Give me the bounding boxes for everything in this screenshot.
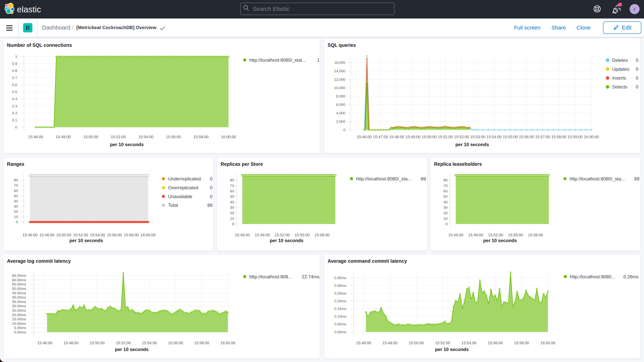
svg-text:Selects: Selects [612, 84, 628, 90]
svg-text:15:46:00: 15:46:00 [235, 233, 250, 237]
svg-text:10: 10 [444, 216, 448, 220]
svg-text:15:56:00: 15:56:00 [166, 135, 181, 139]
svg-text:30: 30 [230, 206, 234, 210]
svg-text:16:00:00: 16:00:00 [584, 135, 599, 139]
svg-text:15.00ms: 15.00ms [12, 317, 26, 321]
svg-text:Replicas per Store: Replicas per Store [220, 161, 263, 167]
svg-text:Ranges: Ranges [7, 161, 24, 167]
svg-text:0.6: 0.6 [12, 83, 17, 87]
svg-text:0.25ms: 0.25ms [334, 291, 346, 295]
svg-text:15:50:00: 15:50:00 [83, 135, 98, 139]
svg-text:15:54:00: 15:54:00 [90, 233, 105, 237]
svg-text:6,000: 6,000 [336, 102, 345, 106]
svg-text:SQL queries: SQL queries [328, 42, 356, 48]
svg-text:40: 40 [230, 200, 234, 204]
svg-text:15:46:00: 15:46:00 [38, 341, 52, 345]
svg-text:15:54:00: 15:54:00 [486, 135, 502, 139]
svg-text:0: 0 [446, 222, 448, 226]
svg-text:0.20ms: 0.20ms [334, 299, 346, 303]
svg-text:60: 60 [444, 189, 448, 193]
svg-text:15:46:00: 15:46:00 [22, 233, 38, 237]
svg-text:0.1: 0.1 [12, 118, 17, 122]
svg-text:Inserts: Inserts [612, 75, 626, 80]
svg-text:per 10 seconds: per 10 seconds [435, 347, 469, 352]
svg-text:0.2: 0.2 [12, 111, 17, 115]
svg-text:1: 1 [317, 58, 320, 63]
svg-text:http://localhost:8080/_stat...: http://localhost:8080/_stat... [249, 58, 306, 63]
svg-text:15:47:00: 15:47:00 [373, 135, 388, 139]
svg-text:15:55:00: 15:55:00 [503, 135, 518, 139]
svg-text:0: 0 [210, 194, 212, 199]
svg-text:89: 89 [421, 176, 426, 182]
svg-text:15:53:00: 15:53:00 [470, 135, 485, 139]
svg-text:15:52:00: 15:52:00 [111, 135, 126, 139]
svg-text:15:56:00: 15:56:00 [107, 233, 122, 237]
svg-text:8,000: 8,000 [336, 94, 345, 98]
svg-text:15:49:00: 15:49:00 [405, 135, 420, 139]
svg-text:10: 10 [14, 215, 18, 219]
svg-text:16:00:00: 16:00:00 [540, 341, 556, 345]
svg-text:89: 89 [634, 176, 639, 182]
svg-text:15:59:00: 15:59:00 [568, 135, 583, 139]
svg-text:15:49:00: 15:49:00 [468, 233, 483, 237]
svg-text:Average command commit latency: Average command commit latency [328, 258, 407, 264]
svg-text:35.00ms: 35.00ms [12, 300, 26, 304]
svg-text:14,000: 14,000 [334, 69, 345, 73]
svg-text:0.3: 0.3 [12, 104, 17, 108]
svg-text:0: 0 [16, 220, 18, 224]
svg-text:http://localhost:8080/_sta...: http://localhost:8080/_sta... [356, 176, 412, 182]
svg-text:Average log commit latency: Average log commit latency [7, 258, 71, 264]
svg-text:0.05ms: 0.05ms [334, 322, 346, 326]
svg-text:15:52:00: 15:52:00 [435, 341, 450, 345]
svg-text:4,000: 4,000 [336, 111, 345, 115]
svg-text:15:56:00: 15:56:00 [488, 341, 503, 345]
svg-text:5.00ms: 5.00ms [14, 326, 26, 330]
svg-text:80: 80 [230, 178, 234, 182]
svg-text:Updates: Updates [612, 66, 629, 72]
svg-text:15:58:00: 15:58:00 [514, 341, 529, 345]
svg-text:10,000: 10,000 [334, 86, 345, 90]
svg-text:80: 80 [14, 178, 18, 182]
svg-text:20: 20 [444, 211, 448, 215]
svg-text:http://localhost:8080...: http://localhost:8080... [570, 274, 615, 279]
svg-text:16:00:00: 16:00:00 [140, 233, 156, 237]
svg-text:15:58:00: 15:58:00 [552, 135, 566, 139]
svg-text:15:48:00: 15:48:00 [389, 135, 404, 139]
svg-text:45.00ms: 45.00ms [12, 291, 26, 295]
svg-text:20.00ms: 20.00ms [12, 313, 26, 317]
svg-text:15:49:00: 15:49:00 [255, 233, 270, 237]
svg-text:15:52:00: 15:52:00 [275, 233, 290, 237]
svg-text:50: 50 [14, 194, 18, 198]
svg-text:40.00ms: 40.00ms [12, 295, 26, 299]
svg-text:16:00:00: 16:00:00 [221, 135, 236, 139]
svg-text:15:46:00: 15:46:00 [357, 135, 372, 139]
svg-text:15:57:00: 15:57:00 [535, 135, 550, 139]
svg-text:15:54:00: 15:54:00 [138, 135, 153, 139]
svg-text:Unavailable: Unavailable [168, 194, 192, 199]
svg-text:15:48:00: 15:48:00 [64, 341, 78, 345]
svg-text:15:48:00: 15:48:00 [56, 135, 71, 139]
svg-text:15:46:00: 15:46:00 [448, 233, 463, 237]
svg-text:Deletes: Deletes [612, 58, 628, 63]
svg-text:16:00:00: 16:00:00 [220, 341, 236, 345]
svg-text:0.00ms: 0.00ms [334, 330, 346, 334]
svg-text:0: 0 [636, 58, 638, 63]
svg-text:0.10ms: 0.10ms [334, 314, 346, 318]
svg-text:0.35ms: 0.35ms [334, 276, 346, 280]
svg-text:0: 0 [232, 222, 234, 226]
svg-text:70: 70 [230, 184, 234, 188]
svg-text:15:58:00: 15:58:00 [194, 341, 209, 345]
svg-text:40: 40 [14, 199, 18, 203]
svg-text:0: 0 [210, 176, 212, 182]
svg-text:0: 0 [15, 125, 17, 129]
svg-text:Number of SQL connections: Number of SQL connections [7, 42, 72, 48]
svg-text:16,000: 16,000 [334, 60, 345, 64]
svg-text:15:55:00: 15:55:00 [294, 233, 310, 237]
svg-text:per 10 seconds: per 10 seconds [456, 142, 489, 147]
svg-text:http://localhost:808...: http://localhost:808... [249, 274, 292, 279]
svg-text:15:50:00: 15:50:00 [56, 233, 71, 237]
svg-text:Total: Total [168, 202, 178, 208]
svg-text:Overreplicated: Overreplicated [168, 185, 198, 190]
svg-text:25.00ms: 25.00ms [12, 308, 26, 312]
svg-text:0: 0 [636, 84, 638, 90]
